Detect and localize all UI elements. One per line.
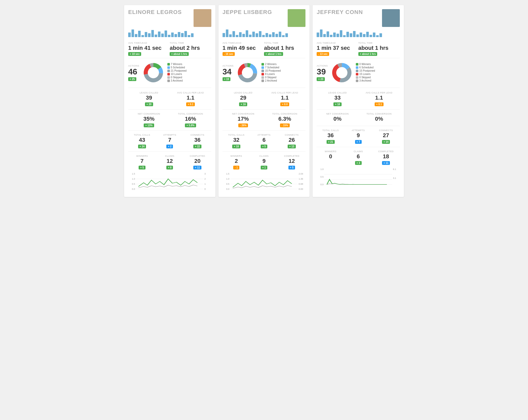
divider-1-jeffrey: [317, 58, 400, 58]
divider-4-jeppe: [223, 151, 306, 152]
svg-rect-41: [282, 35, 285, 37]
winners-value-jeppe: 2: [223, 158, 250, 164]
total-time-badge-jeppe: + about 1 hrs: [264, 52, 283, 56]
claims-block-elinore: CLAIMS 12 + 8: [156, 155, 184, 169]
attempts-label-jeffrey: ATTEMPTS: [344, 129, 372, 132]
actions-left-jeffrey: ACTIONS 39 + 23: [317, 65, 328, 81]
chart-left-label: 0.5: [128, 183, 135, 185]
total-conversion-label-jeffrey: TOTAL CONVERSION: [358, 113, 400, 115]
svg-rect-10: [161, 34, 164, 37]
chart-right-label: 3: [204, 173, 211, 175]
net-conversion-label-jeffrey: NET CONVERSION: [317, 113, 358, 115]
svg-rect-4: [141, 35, 144, 37]
winners-value-jeffrey: 0: [317, 153, 344, 160]
legend-item-jeffrey: 0 Winners: [356, 63, 400, 66]
actions-number-elinore: 46: [128, 67, 137, 76]
attempts-value-jeffrey: 9: [344, 132, 372, 139]
completed-badge-jeppe: + 5: [288, 166, 295, 169]
total-conversion-badge-jeppe: - 15%: [280, 123, 290, 127]
net-conversion-value-elinore: 35%: [128, 116, 170, 122]
completed-badge-elinore: + 11: [193, 166, 201, 169]
total-time-label-jeppe: TOTAL TIME: [264, 42, 305, 44]
calls-row-elinore: TOTAL CALLS 43 + 24 ATTEMPTS 7 + 2 CONNE…: [128, 134, 211, 148]
total-calls-value-jeppe: 32: [223, 137, 250, 143]
legend-label: 7 Scheduled: [265, 66, 279, 69]
connects-block-jeffrey: CONNECTS 27 + 14: [372, 129, 400, 144]
svg-rect-47: [320, 29, 322, 37]
agent-name-jeppe: JEPPE LIISBERG: [223, 9, 272, 15]
attempts-block-jeppe: ATTEMPTS 6 + 5: [250, 134, 278, 148]
chart-left-label: 1.0: [317, 168, 324, 170]
leads-called-badge-jeffrey: + 18: [333, 102, 342, 106]
divider-2-jeppe: [223, 109, 306, 110]
connects-label-jeffrey: CONNECTS: [372, 129, 400, 132]
connects-badge-jeffrey: + 14: [382, 140, 390, 144]
attempts-block-jeffrey: ATTEMPTS 9 + 7: [344, 129, 372, 144]
avatar-jeffrey: [382, 9, 400, 27]
legend-label: 3 Archived: [359, 79, 371, 82]
conversion-row-elinore: NET CONVERSION 35% + 13% TOTAL CONVERSIO…: [128, 113, 211, 127]
total-conversion-block-elinore: TOTAL CONVERSION 16% + 5.8%: [170, 113, 211, 127]
net-conversion-value-jeffrey: 0%: [317, 116, 358, 122]
svg-rect-35: [262, 35, 265, 37]
total-conversion-block-jeppe: TOTAL CONVERSION 6.3% - 15%: [264, 113, 305, 127]
winners-label-jeppe: WINNERS: [223, 155, 250, 157]
card-header-jeppe: JEPPE LIISBERG: [223, 9, 306, 27]
actions-section-elinore: ACTIONS 46 + 25 7 Winners 5 Scheduled: [128, 61, 211, 88]
svg-rect-51: [333, 33, 336, 37]
svg-rect-31: [249, 35, 252, 37]
svg-rect-39: [275, 34, 278, 37]
winners-row-jeffrey: WINNERS 0 CLAIMS 6 + 3 COMPLETED 18 + 11: [317, 150, 400, 165]
connects-value-jeppe: 26: [278, 137, 305, 143]
svg-rect-5: [145, 32, 147, 37]
svg-rect-3: [138, 31, 141, 37]
cards-container: ELINORE LEGROS AVG TIME/LEAD 1 min 41 se…: [124, 5, 404, 197]
avg-calls-badge-jeppe: + 0.0: [280, 102, 289, 106]
attempts-label-elinore: ATTEMPTS: [156, 134, 184, 136]
legend-label: 0 Winners: [359, 63, 371, 66]
total-calls-block-jeffrey: TOTAL CALLS 36 + 21: [317, 129, 344, 144]
avg-time-block-elinore: AVG TIME/LEAD 1 min 41 sec + 18 sec: [128, 42, 170, 56]
card-header-jeffrey: JEFFREY CONN: [317, 9, 400, 27]
total-calls-block-elinore: TOTAL CALLS 43 + 24: [128, 134, 156, 148]
actions-left-elinore: ACTIONS 46 + 25: [128, 65, 139, 81]
legend-dot: [356, 70, 358, 72]
leads-row-jeffrey: LEADS CALLED 33 + 18 AVG CALLS PER LEAD …: [317, 91, 400, 106]
legend-label: 2 Archived: [265, 79, 277, 82]
attempts-badge-jeffrey: + 7: [355, 140, 362, 144]
svg-rect-26: [232, 31, 235, 37]
legend-item-jeffrey: 6 Scheduled: [356, 66, 400, 69]
svg-rect-2: [135, 34, 137, 37]
actions-label-jeffrey: ACTIONS: [317, 65, 328, 67]
legend-dot: [356, 66, 358, 69]
avg-time-label-elinore: AVG TIME/LEAD: [128, 42, 170, 44]
winners-label-elinore: WINNERS: [128, 155, 156, 157]
winners-block-jeffrey: WINNERS 0: [317, 150, 344, 165]
legend-item-jeppe: 7 Scheduled: [261, 66, 305, 69]
avg-time-label-jeffrey: AVG TIME/LEAD: [317, 42, 358, 44]
winners-badge-elinore: + 5: [139, 166, 145, 169]
calls-row-jeppe: TOTAL CALLS 32 + 18 ATTEMPTS 6 + 5 CONNE…: [223, 134, 306, 148]
total-conversion-label-jeppe: TOTAL CONVERSION: [264, 113, 305, 115]
svg-rect-59: [360, 33, 362, 37]
attempts-value-elinore: 7: [156, 137, 184, 143]
completed-value-jeffrey: 18: [372, 153, 400, 160]
winners-row-elinore: WINNERS 7 + 5 CLAIMS 12 + 8 COMPLETED 20…: [128, 155, 211, 169]
completed-label-jeppe: COMPLETED: [278, 155, 305, 157]
divider-4-jeffrey: [317, 147, 400, 147]
avg-time-block-jeppe: AVG TIME/LEAD 1 min 49 sec - 16 sec: [223, 42, 264, 56]
net-conversion-block-jeppe: NET CONVERSION 17% - 26%: [223, 113, 264, 127]
actions-badge-jeffrey: + 23: [317, 77, 325, 81]
svg-rect-55: [346, 32, 349, 37]
total-calls-badge-jeppe: + 18: [232, 145, 240, 148]
attempts-block-elinore: ATTEMPTS 7 + 2: [156, 134, 184, 148]
actions-left-jeppe: ACTIONS 34 + 19: [223, 65, 234, 81]
avg-calls-block-jeppe: AVG CALLS PER LEAD 1.1 + 0.0: [264, 91, 305, 106]
legend-label: 15 Losers: [359, 73, 371, 75]
legend-item-elinore: 3 Archived: [167, 79, 211, 82]
activity-chart-jeppe: [223, 29, 306, 38]
avg-time-block-jeffrey: AVG TIME/LEAD 1 min 37 sec - 13 sec: [317, 42, 358, 56]
winners-label-jeffrey: WINNERS: [317, 150, 344, 153]
svg-rect-30: [246, 30, 248, 37]
net-conversion-badge-elinore: + 13%: [144, 123, 154, 127]
